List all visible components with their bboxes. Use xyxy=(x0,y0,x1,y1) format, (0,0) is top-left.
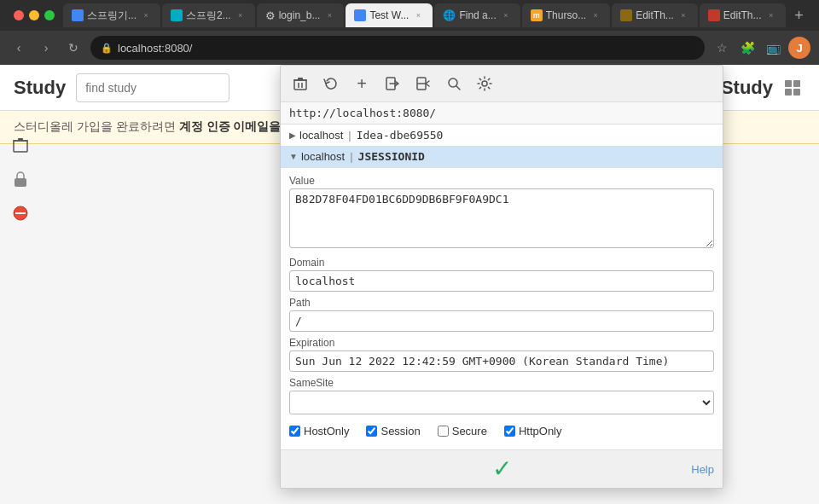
maximize-traffic-light[interactable] xyxy=(44,10,55,20)
back-button[interactable]: ‹ xyxy=(9,38,29,58)
export-cookie-button[interactable] xyxy=(409,69,438,98)
cookie-tree-item-idea[interactable]: ▶ localhost | Idea-dbe69550 xyxy=(281,125,723,146)
session-checkbox-label[interactable]: Session xyxy=(366,425,420,437)
tab4-close[interactable]: × xyxy=(412,9,424,21)
import-cookie-button[interactable] xyxy=(378,69,407,98)
tab-test-active[interactable]: Test W... × xyxy=(346,3,433,27)
tree-host-1: localhost xyxy=(299,129,343,142)
help-link[interactable]: Help xyxy=(691,463,714,476)
tab5-close[interactable]: × xyxy=(500,9,512,21)
svg-rect-0 xyxy=(785,80,792,87)
domain-input[interactable] xyxy=(289,270,714,292)
tab7-favicon xyxy=(620,9,632,21)
httponly-checkbox[interactable] xyxy=(504,426,515,437)
tab3-close[interactable]: × xyxy=(323,9,335,21)
svg-rect-16 xyxy=(14,141,27,152)
form-row-path: Path xyxy=(289,297,714,332)
search-cookie-button[interactable] xyxy=(439,69,468,98)
svg-rect-18 xyxy=(18,138,23,141)
tree-expand-icon: ▶ xyxy=(289,130,296,140)
tab2-close[interactable]: × xyxy=(235,9,247,21)
tree-collapse-icon: ▼ xyxy=(289,152,298,161)
tab7-close[interactable]: × xyxy=(677,9,689,21)
address-text: localhost:8080/ xyxy=(118,42,192,55)
tab-spring1[interactable]: 스프링기... × xyxy=(63,3,160,27)
tree-host-2: localhost xyxy=(301,150,345,163)
page-title: Study xyxy=(14,77,66,99)
hostonly-checkbox-label[interactable]: HostOnly xyxy=(289,425,349,437)
warning-text: 스터디올레 가입을 완료하려면 xyxy=(14,119,179,133)
tab-edit1[interactable]: EditTh... × xyxy=(612,3,698,27)
tab8-favicon xyxy=(708,9,720,21)
svg-rect-4 xyxy=(294,80,306,90)
minimize-traffic-light[interactable] xyxy=(29,10,39,20)
form-row-value: Value B82D78F04FD01BC6DD9DB6BF9F0A9DC1 xyxy=(289,175,714,252)
tab1-label: 스프링기... xyxy=(87,9,136,23)
refresh-button[interactable]: ↻ xyxy=(63,38,84,58)
expiration-label: Expiration xyxy=(289,337,714,349)
close-traffic-light[interactable] xyxy=(14,10,24,20)
tab6-label: Thurso... xyxy=(546,9,586,21)
page-content: Study Study 스터디올레 가입을 완료하려면 계정 인증 이메일을 확… xyxy=(0,65,819,504)
new-tab-button[interactable]: + xyxy=(787,3,811,27)
secure-label: Secure xyxy=(452,425,487,437)
settings-cookie-button[interactable] xyxy=(470,69,499,98)
secure-checkbox[interactable] xyxy=(438,426,449,437)
add-cookie-button[interactable]: + xyxy=(347,69,376,98)
svg-point-15 xyxy=(482,81,487,86)
address-bar-row: ‹ › ↻ 🔒 localhost:8080/ ☆ 🧩 📺 J xyxy=(0,31,819,65)
svg-rect-2 xyxy=(785,89,792,96)
search-input[interactable] xyxy=(76,73,229,102)
tab-find[interactable]: 🌐 Find a... × xyxy=(434,3,520,27)
svg-rect-6 xyxy=(298,78,303,80)
address-bar[interactable]: 🔒 localhost:8080/ xyxy=(90,36,705,60)
traffic-lights xyxy=(7,10,61,20)
reset-cookie-button[interactable] xyxy=(317,69,346,98)
tree-cookie-name-2: JSESSIONID xyxy=(358,150,425,163)
header-study-label: Study xyxy=(721,77,773,99)
confirm-button[interactable]: ✓ xyxy=(492,457,512,481)
bookmark-icon[interactable]: ☆ xyxy=(712,38,732,58)
tab8-close[interactable]: × xyxy=(765,9,777,21)
svg-rect-1 xyxy=(793,80,800,87)
tab1-favicon xyxy=(72,9,84,21)
grid-icon[interactable] xyxy=(780,75,805,101)
form-row-expiration: Expiration xyxy=(289,337,714,372)
session-label: Session xyxy=(380,425,420,437)
delete-cookie-button[interactable] xyxy=(286,69,315,98)
header-right: Study xyxy=(721,75,805,101)
samesite-select[interactable]: Strict Lax None xyxy=(289,391,714,414)
tab-edit2[interactable]: EditTh... × xyxy=(700,3,786,27)
session-checkbox[interactable] xyxy=(366,426,377,437)
httponly-label: HttpOnly xyxy=(519,425,562,437)
tab8-label: EditTh... xyxy=(723,9,762,21)
tab-thursday[interactable]: m Thurso... × xyxy=(522,3,610,27)
tab6-close[interactable]: × xyxy=(590,9,601,21)
path-input[interactable] xyxy=(289,310,714,332)
value-input[interactable]: B82D78F04FD01BC6DD9DB6BF9F0A9DC1 xyxy=(289,188,714,248)
value-label: Value xyxy=(289,175,714,187)
tab1-close[interactable]: × xyxy=(140,9,152,21)
tab-github[interactable]: ⚙ login_b... × xyxy=(257,3,345,27)
expiration-input[interactable] xyxy=(289,350,714,372)
tab-spring2[interactable]: 스프링2... × xyxy=(162,3,255,27)
cookie-tree-item-jsession[interactable]: ▼ localhost | JSESSIONID xyxy=(281,146,723,167)
secure-checkbox-label[interactable]: Secure xyxy=(438,425,487,437)
forward-button[interactable]: › xyxy=(36,38,56,58)
sidebar-delete-icon[interactable] xyxy=(9,133,32,157)
sidebar-block-icon[interactable] xyxy=(9,201,32,225)
checkbox-row: HostOnly Session Secure HttpOnly xyxy=(289,420,714,443)
tree-cookie-name-1: Idea-dbe69550 xyxy=(357,129,444,142)
cast-icon[interactable]: 📺 xyxy=(763,38,783,58)
tab4-label: Test W... xyxy=(369,9,409,21)
cookie-footer: ✓ Help xyxy=(281,449,723,488)
cookie-tree: ▶ localhost | Idea-dbe69550 ▼ localhost … xyxy=(281,125,723,168)
user-avatar[interactable]: J xyxy=(788,37,810,59)
httponly-checkbox-label[interactable]: HttpOnly xyxy=(504,425,562,437)
hostonly-checkbox[interactable] xyxy=(289,426,300,437)
puzzle-icon[interactable]: 🧩 xyxy=(737,38,758,58)
lock-icon: 🔒 xyxy=(101,43,113,54)
sidebar-lock-icon[interactable] xyxy=(9,167,32,191)
samesite-label: SameSite xyxy=(289,377,714,389)
browser-toolbar: ☆ 🧩 📺 J xyxy=(712,37,810,59)
